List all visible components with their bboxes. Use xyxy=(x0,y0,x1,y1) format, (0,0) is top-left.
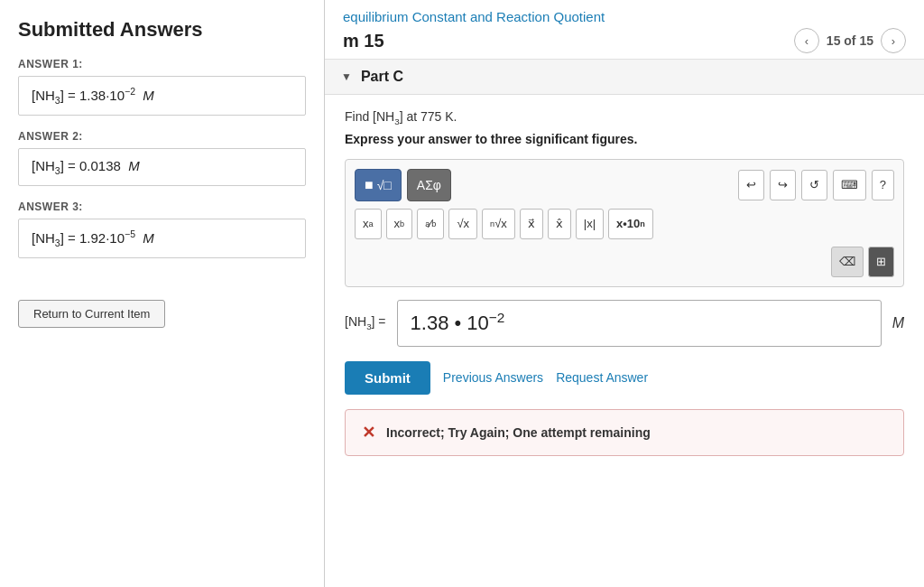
error-icon: ✕ xyxy=(362,423,375,443)
previous-answers-link[interactable]: Previous Answers xyxy=(443,370,543,385)
keyboard-button[interactable]: ⌨ xyxy=(833,170,866,200)
error-box: ✕ Incorrect; Try Again; One attempt rema… xyxy=(345,409,904,456)
right-panel: equilibrium Constant and Reaction Quotie… xyxy=(325,0,924,587)
formula-unit: M xyxy=(892,315,904,331)
answer-2-section: ANSWER 2: [NH3] = 0.0138 M xyxy=(18,130,306,186)
submit-button[interactable]: Submit xyxy=(345,361,430,395)
top-bar: equilibrium Constant and Reaction Quotie… xyxy=(325,0,924,60)
question-text: Find [NH3] at 775 K. xyxy=(345,109,904,126)
nav-controls: ‹ 15 of 15 › xyxy=(794,28,906,53)
nav-prev-button[interactable]: ‹ xyxy=(794,28,819,53)
formula-input[interactable]: 1.38 • 10−2 xyxy=(397,300,882,347)
action-row: Submit Previous Answers Request Answer xyxy=(345,361,904,395)
answer-1-box: [NH3] = 1.38·10−2 M xyxy=(18,76,306,116)
math-icon: ■ xyxy=(365,177,374,193)
return-to-current-item-button[interactable]: Return to Current Item xyxy=(18,300,165,328)
greek-mode-button[interactable]: ΑΣφ xyxy=(407,169,451,201)
keypad-button[interactable]: ⊞ xyxy=(868,247,894,277)
pagination-text: 15 of 15 xyxy=(827,33,873,48)
formula-label: [NH3] = xyxy=(345,314,386,331)
math-sqrt-label: √□ xyxy=(377,178,392,192)
subscript-button[interactable]: xb xyxy=(386,209,413,239)
part-label: Part C xyxy=(361,69,403,85)
item-title-row: m 15 ‹ 15 of 15 › xyxy=(343,28,906,53)
undo-button[interactable]: ↩ xyxy=(738,170,764,200)
math-toolbar: ■ √□ ΑΣφ ↩ ↪ ↺ ⌨ ? xa xb a⁄b √x n√x x⃗ x… xyxy=(345,159,904,287)
hat-button[interactable]: x̂ xyxy=(548,209,571,239)
help-button[interactable]: ? xyxy=(872,170,894,200)
collapse-icon[interactable]: ▼ xyxy=(341,70,352,83)
toolbar-row-3: ⌫ ⊞ xyxy=(355,247,894,277)
answer-3-box: [NH3] = 1.92·10−5 M xyxy=(18,219,306,258)
math-mode-button[interactable]: ■ √□ xyxy=(355,169,402,201)
error-text: Incorrect; Try Again; One attempt remain… xyxy=(386,425,651,440)
answer-1-label: ANSWER 1: xyxy=(18,58,306,70)
answer-2-box: [NH3] = 0.0138 M xyxy=(18,148,306,186)
backspace-button[interactable]: ⌫ xyxy=(831,247,864,277)
redo-button[interactable]: ↪ xyxy=(770,170,796,200)
part-header: ▼ Part C xyxy=(325,60,924,95)
nav-next-button[interactable]: › xyxy=(881,28,906,53)
formula-input-row: [NH3] = 1.38 • 10−2 M xyxy=(345,300,904,347)
abs-button[interactable]: |x| xyxy=(576,209,604,239)
request-answer-link[interactable]: Request Answer xyxy=(556,370,648,385)
submitted-answers-title: Submitted Answers xyxy=(18,18,306,42)
reset-button[interactable]: ↺ xyxy=(801,170,827,200)
item-label: m 15 xyxy=(343,31,384,51)
fraction-button[interactable]: a⁄b xyxy=(417,209,444,239)
left-panel: Submitted Answers ANSWER 1: [NH3] = 1.38… xyxy=(0,0,325,587)
question-area: Find [NH3] at 775 K. Express your answer… xyxy=(325,95,924,471)
toolbar-row-1: ■ √□ ΑΣφ ↩ ↪ ↺ ⌨ ? xyxy=(355,169,894,201)
nth-root-button[interactable]: n√x xyxy=(482,209,515,239)
answer-3-label: ANSWER 3: xyxy=(18,200,306,213)
vector-button[interactable]: x⃗ xyxy=(520,209,543,239)
sqrt-button[interactable]: √x xyxy=(448,209,477,239)
question-instruction: Express your answer to three significant… xyxy=(345,132,904,146)
sci-notation-button[interactable]: x•10n xyxy=(608,209,653,239)
answer-1-section: ANSWER 1: [NH3] = 1.38·10−2 M xyxy=(18,58,306,116)
superscript-button[interactable]: xa xyxy=(355,209,382,239)
answer-2-label: ANSWER 2: xyxy=(18,130,306,143)
answer-3-section: ANSWER 3: [NH3] = 1.92·10−5 M xyxy=(18,200,306,258)
topic-title: equilibrium Constant and Reaction Quotie… xyxy=(343,9,906,24)
toolbar-row-2: xa xb a⁄b √x n√x x⃗ x̂ |x| x•10n xyxy=(355,209,894,239)
